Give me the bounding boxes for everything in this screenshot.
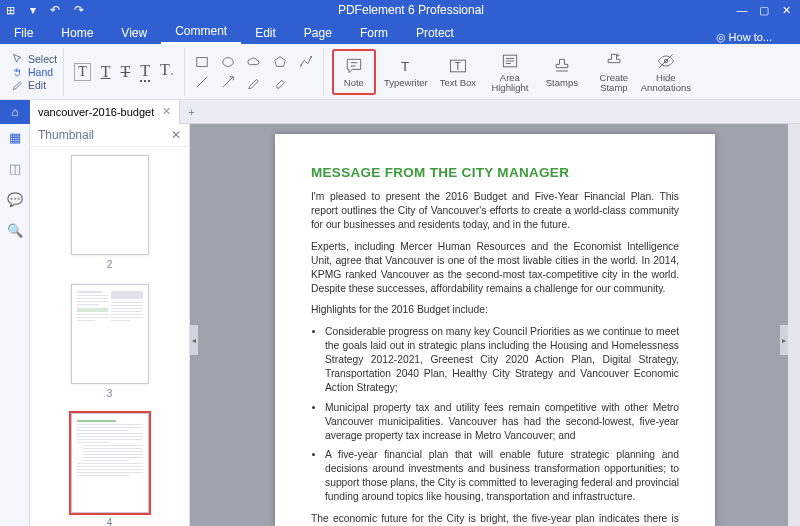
- doc-paragraph: Experts, including Mercer Human Resource…: [311, 240, 679, 296]
- line-shape[interactable]: [195, 75, 209, 89]
- document-tab[interactable]: vancouver-2016-budget ✕: [30, 100, 180, 124]
- menu-comment[interactable]: Comment: [161, 20, 241, 44]
- thumbnail-page[interactable]: [71, 413, 149, 513]
- redo-icon[interactable]: ↷: [74, 3, 84, 17]
- rail-search-icon[interactable]: 🔍: [7, 223, 23, 238]
- add-tab-button[interactable]: +: [180, 106, 202, 118]
- select-tool[interactable]: Select: [12, 53, 57, 65]
- menu-view[interactable]: View: [107, 22, 161, 44]
- thumbnail-number: 2: [107, 259, 113, 270]
- menu-file[interactable]: File: [0, 22, 47, 44]
- edit-tool[interactable]: Edit: [12, 79, 57, 91]
- textbox-icon: T: [448, 56, 468, 76]
- svg-point-2: [300, 64, 302, 66]
- note-tool[interactable]: Note: [332, 49, 376, 95]
- close-tab-icon[interactable]: ✕: [162, 105, 171, 118]
- maximize-button[interactable]: ▢: [756, 4, 772, 17]
- svg-text:T: T: [401, 59, 409, 74]
- area-highlight-icon: [500, 51, 520, 71]
- thumbnail-page[interactable]: [71, 284, 149, 384]
- typewriter-icon: T: [396, 56, 416, 76]
- stamps-tool[interactable]: Stamps: [540, 49, 584, 95]
- rail-bookmarks-icon[interactable]: ◫: [9, 161, 21, 176]
- squiggly-tool[interactable]: T: [140, 62, 150, 82]
- undo-icon[interactable]: ↶: [50, 3, 60, 17]
- document-tab-label: vancouver-2016-budget: [38, 106, 154, 118]
- svg-text:+: +: [616, 51, 621, 60]
- menu-protect[interactable]: Protect: [402, 22, 468, 44]
- stamps-icon: [552, 56, 572, 76]
- thumbnail-page[interactable]: [71, 155, 149, 255]
- caret-tool[interactable]: T˄: [160, 61, 174, 81]
- doc-bullet: Municipal property tax and utility fees …: [325, 401, 679, 443]
- thumbnail-number: 3: [107, 388, 113, 399]
- hand-icon: [12, 66, 24, 78]
- svg-point-1: [223, 57, 234, 66]
- left-splitter-handle[interactable]: ◂: [190, 325, 198, 355]
- rail-comments-icon[interactable]: 💬: [7, 192, 23, 207]
- window-title: PDFelement 6 Professional: [94, 3, 728, 17]
- right-splitter-handle[interactable]: ▸: [780, 325, 788, 355]
- close-panel-icon[interactable]: ✕: [171, 128, 181, 142]
- pencil-tool[interactable]: [247, 75, 261, 89]
- close-window-button[interactable]: ✕: [778, 4, 794, 17]
- app-logo-icon: ⊞: [0, 4, 20, 17]
- menu-page[interactable]: Page: [290, 22, 346, 44]
- rectangle-shape[interactable]: [195, 55, 209, 69]
- doc-paragraph: Highlights for the 2016 Budget include:: [311, 303, 679, 317]
- vertical-scrollbar[interactable]: [788, 124, 800, 526]
- highlight-text-tool[interactable]: T: [74, 63, 91, 81]
- doc-paragraph: I'm pleased to present the 2016 Budget a…: [311, 190, 679, 232]
- hand-tool[interactable]: Hand: [12, 66, 57, 78]
- menu-edit[interactable]: Edit: [241, 22, 290, 44]
- svg-line-4: [197, 76, 208, 87]
- arrow-shape[interactable]: [221, 75, 235, 89]
- home-tab-button[interactable]: ⌂: [0, 100, 30, 124]
- doc-bullet: Considerable progress on many key Counci…: [325, 325, 679, 394]
- textbox-tool[interactable]: TText Box: [436, 49, 480, 95]
- menu-form[interactable]: Form: [346, 22, 402, 44]
- connected-lines-shape[interactable]: [299, 55, 313, 69]
- doc-heading: MESSAGE FROM THE CITY MANAGER: [311, 164, 679, 182]
- polygon-shape[interactable]: [273, 55, 287, 69]
- svg-text:T: T: [455, 61, 461, 72]
- hide-icon: [656, 51, 676, 71]
- eraser-tool[interactable]: [273, 75, 287, 89]
- create-stamp-icon: +: [604, 51, 624, 71]
- cloud-shape[interactable]: [247, 55, 261, 69]
- hide-annotations-tool[interactable]: HideAnnotations: [644, 49, 688, 95]
- area-highlight-tool[interactable]: AreaHighlight: [488, 49, 532, 95]
- oval-shape[interactable]: [221, 55, 235, 69]
- underline-tool[interactable]: T: [101, 63, 111, 81]
- quicksave-icon[interactable]: ▾: [30, 3, 36, 17]
- minimize-button[interactable]: —: [734, 4, 750, 17]
- strikethrough-tool[interactable]: T: [121, 63, 131, 81]
- howto-link[interactable]: How to...: [716, 31, 792, 44]
- thumbnail-panel-title: Thumbnail: [38, 128, 94, 142]
- create-stamp-tool[interactable]: +CreateStamp: [592, 49, 636, 95]
- note-icon: [344, 56, 364, 76]
- typewriter-tool[interactable]: TTypewriter: [384, 49, 428, 95]
- svg-rect-0: [197, 57, 208, 66]
- menu-home[interactable]: Home: [47, 22, 107, 44]
- edit-icon: [12, 79, 24, 91]
- svg-point-3: [310, 55, 312, 57]
- doc-bullet: A five-year financial plan that will ena…: [325, 448, 679, 504]
- document-page[interactable]: MESSAGE FROM THE CITY MANAGER I'm please…: [275, 134, 715, 526]
- rail-thumbnails-icon[interactable]: ▦: [9, 130, 21, 145]
- thumbnail-number: 4: [107, 517, 113, 526]
- cursor-icon: [12, 53, 24, 65]
- doc-paragraph: The economic future for the City is brig…: [311, 512, 679, 526]
